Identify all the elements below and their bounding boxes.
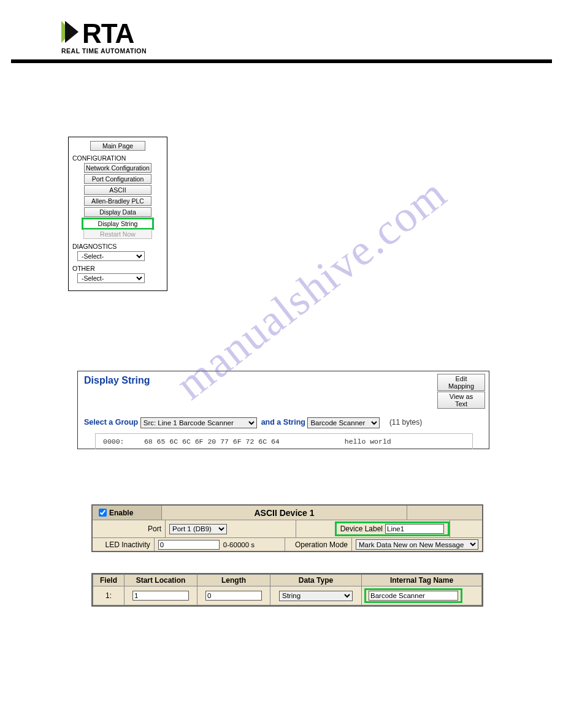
enable-checkbox[interactable] bbox=[99, 509, 107, 517]
ascii-device-title: ASCII Device 1 bbox=[162, 506, 407, 520]
logo-sub-text: REAL TIME AUTOMATION bbox=[61, 47, 563, 55]
display-string-title: Display String bbox=[84, 375, 150, 386]
sidebar-panel: Main Page CONFIGURATION Network Configur… bbox=[68, 137, 167, 291]
tag-name-highlight bbox=[364, 588, 462, 603]
start-location-input[interactable] bbox=[132, 591, 189, 601]
tag-name-input[interactable] bbox=[369, 591, 458, 601]
main-page-button[interactable]: Main Page bbox=[90, 141, 145, 151]
hex-bytes: 68 65 6C 6C 6F 20 77 6F 72 6C 64 bbox=[144, 438, 340, 446]
col-length: Length bbox=[197, 575, 270, 586]
col-dtype: Data Type bbox=[270, 575, 362, 586]
col-tag: Internal Tag Name bbox=[362, 575, 482, 586]
device-label-text: Device Label bbox=[340, 525, 383, 533]
hex-dump-row: 0000: 68 65 6C 6C 6F 20 77 6F 72 6C 64 h… bbox=[95, 433, 473, 449]
operation-mode-label: Operation Mode bbox=[285, 538, 352, 551]
col-start: Start Location bbox=[124, 575, 197, 586]
operation-mode-select[interactable]: Mark Data New on New Message bbox=[356, 539, 478, 550]
led-inactivity-input[interactable] bbox=[158, 540, 220, 550]
logo-main-text: RTA bbox=[82, 21, 134, 46]
field-table: Field Start Location Length Data Type In… bbox=[91, 573, 483, 607]
table-row: 1: String bbox=[93, 586, 482, 605]
ascii-device-table: Enable ASCII Device 1 Port Port 1 (DB9) … bbox=[91, 504, 483, 552]
enable-cell: Enable bbox=[93, 506, 162, 520]
diagnostics-select[interactable]: -Select- bbox=[77, 251, 145, 261]
allen-bradley-button[interactable]: Allen-Bradley PLC bbox=[84, 196, 151, 206]
view-as-text-button[interactable]: View as Text bbox=[437, 392, 485, 409]
device-label-highlight: Device Label bbox=[335, 521, 450, 536]
port-label: Port bbox=[93, 520, 166, 537]
col-field: Field bbox=[93, 575, 124, 586]
other-select[interactable]: -Select- bbox=[77, 273, 145, 283]
field-num: 1: bbox=[93, 586, 124, 605]
edit-mapping-button[interactable]: Edit Mapping bbox=[437, 374, 485, 391]
restart-now-button[interactable]: Restart Now bbox=[83, 229, 152, 239]
header-divider bbox=[11, 59, 552, 63]
section-configuration-label: CONFIGURATION bbox=[72, 154, 163, 162]
device-label-input[interactable] bbox=[385, 524, 444, 534]
select-group-label: Select a Group bbox=[84, 418, 138, 427]
select-group-row: Select a Group Src: Line 1 Barcode Scann… bbox=[84, 417, 485, 428]
string-select[interactable]: Barcode Scanner bbox=[307, 417, 380, 428]
ascii-button[interactable]: ASCII bbox=[84, 185, 151, 195]
hex-address: 0000: bbox=[103, 438, 140, 446]
bytes-label: (11 bytes) bbox=[389, 418, 422, 427]
data-type-select[interactable]: String bbox=[279, 591, 353, 601]
port-config-button[interactable]: Port Configuration bbox=[84, 174, 151, 184]
port-select[interactable]: Port 1 (DB9) bbox=[169, 524, 227, 534]
svg-marker-1 bbox=[65, 21, 79, 43]
section-other-label: OTHER bbox=[72, 265, 163, 272]
and-string-label: and a String bbox=[261, 418, 305, 427]
header-spacer bbox=[407, 506, 482, 520]
rta-logo-icon bbox=[60, 18, 83, 46]
group-select[interactable]: Src: Line 1 Barcode Scanner bbox=[140, 417, 257, 428]
display-string-panel: Display String Edit Mapping View as Text… bbox=[77, 371, 489, 449]
page-header: RTA REAL TIME AUTOMATION bbox=[0, 0, 563, 55]
hex-ascii: hello world bbox=[345, 438, 391, 446]
led-inactivity-label: LED Inactivity bbox=[93, 538, 155, 551]
section-diagnostics-label: DIAGNOSTICS bbox=[72, 243, 163, 250]
enable-label: Enable bbox=[109, 509, 133, 517]
display-string-button[interactable]: Display String bbox=[82, 218, 154, 230]
logo: RTA bbox=[60, 18, 563, 46]
led-range-label: 0-60000 s bbox=[220, 541, 258, 548]
network-config-button[interactable]: Network Configuration bbox=[84, 163, 151, 173]
length-input[interactable] bbox=[205, 591, 262, 601]
display-data-button[interactable]: Display Data bbox=[84, 207, 151, 217]
